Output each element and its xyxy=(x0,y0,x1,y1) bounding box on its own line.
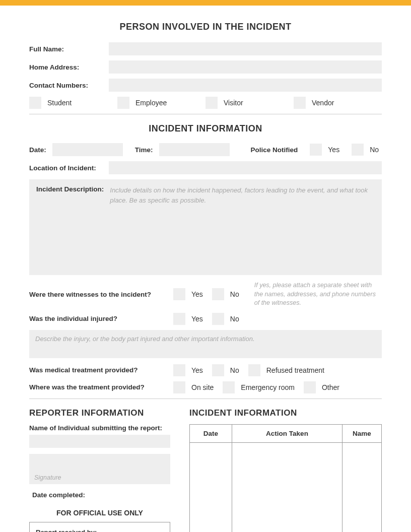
injured-yes[interactable]: Yes xyxy=(173,313,203,325)
location-row: Location of Incident: xyxy=(29,161,382,174)
description-box[interactable]: Incident Description: Include details on… xyxy=(29,179,382,275)
where-onsite[interactable]: On site xyxy=(173,381,214,393)
checkbox-icon xyxy=(212,288,224,300)
col-date: Date xyxy=(190,424,232,442)
page-content: PERSON INVOLVED IN THE INCIDENT Full Nam… xyxy=(0,6,411,532)
official-box: Report received by: Date: xyxy=(29,522,170,533)
role-visitor[interactable]: Visitor xyxy=(206,97,294,109)
divider xyxy=(29,398,382,399)
police-yes[interactable]: Yes xyxy=(310,144,339,156)
role-visitor-label: Visitor xyxy=(224,99,243,107)
witness-row: Were there witnesses to the incident? Ye… xyxy=(29,281,382,308)
no-label: No xyxy=(370,146,379,154)
where-er[interactable]: Emergency room xyxy=(223,381,295,393)
med-yes[interactable]: Yes xyxy=(173,364,203,376)
col-action: Action Taken xyxy=(232,424,342,442)
role-vendor[interactable]: Vendor xyxy=(294,97,382,109)
no-label: No xyxy=(230,290,239,298)
injured-label: Was the individual injured? xyxy=(29,315,164,322)
checkbox-icon xyxy=(248,364,260,376)
other-label: Other xyxy=(322,383,339,391)
table-row[interactable] xyxy=(190,442,382,532)
checkbox-icon xyxy=(117,97,129,109)
date-input[interactable] xyxy=(52,143,123,156)
checkbox-icon xyxy=(304,381,316,393)
cell-action[interactable] xyxy=(232,442,342,532)
injured-row: Was the individual injured? Yes No xyxy=(29,313,382,325)
checkbox-icon xyxy=(173,364,185,376)
cell-name[interactable] xyxy=(342,442,382,532)
date-time-row: Date: Time: Police Notified Yes No xyxy=(29,143,382,156)
injury-box[interactable]: Describe the injury, or the body part in… xyxy=(29,330,382,358)
role-row: Student Employee Visitor Vendor xyxy=(29,97,382,109)
onsite-label: On site xyxy=(191,383,214,391)
no-label: No xyxy=(230,315,239,323)
role-vendor-label: Vendor xyxy=(312,99,334,107)
checkbox-icon xyxy=(294,97,306,109)
reporter-name-input[interactable] xyxy=(29,435,170,448)
full-name-input[interactable] xyxy=(109,42,382,55)
where-other[interactable]: Other xyxy=(304,381,339,393)
two-col: REPORTER INFORMATION Name of Individual … xyxy=(29,408,382,533)
yes-label: Yes xyxy=(191,366,203,374)
witness-yes[interactable]: Yes xyxy=(173,288,203,300)
er-label: Emergency room xyxy=(241,383,295,391)
checkbox-icon xyxy=(173,381,185,393)
witness-hint: If yes, please attach a separate sheet w… xyxy=(254,281,382,308)
checkbox-icon xyxy=(206,97,218,109)
injured-no[interactable]: No xyxy=(212,313,239,325)
incident-heading: INCIDENT INFORMATION xyxy=(29,123,382,134)
contact-label: Contact Numbers: xyxy=(29,82,107,89)
where-row: Where was the treatment provided? On sit… xyxy=(29,381,382,393)
signature-label: Signature xyxy=(34,474,61,481)
medical-label: Was medical treatment provided? xyxy=(29,366,164,374)
role-employee[interactable]: Employee xyxy=(117,97,206,109)
desc-label: Incident Description: xyxy=(36,185,104,269)
checkbox-icon xyxy=(310,144,322,156)
police-no[interactable]: No xyxy=(352,144,379,156)
role-employee-label: Employee xyxy=(135,99,167,107)
col-name: Name xyxy=(342,424,382,442)
role-student[interactable]: Student xyxy=(29,97,117,109)
reporter-col: REPORTER INFORMATION Name of Individual … xyxy=(29,408,170,533)
reporter-heading: REPORTER INFORMATION xyxy=(29,408,170,418)
time-input[interactable] xyxy=(159,143,230,156)
no-label: No xyxy=(230,366,239,374)
cell-date[interactable] xyxy=(190,442,232,532)
med-no[interactable]: No xyxy=(212,364,239,376)
yes-label: Yes xyxy=(191,315,203,323)
received-label: Report received by: xyxy=(36,528,164,533)
checkbox-icon xyxy=(223,381,235,393)
reporter-name-label: Name of Individual submitting the report… xyxy=(29,424,170,432)
witness-no[interactable]: No xyxy=(212,288,239,300)
top-accent-bar xyxy=(0,0,411,6)
checkbox-icon xyxy=(29,97,41,109)
location-label: Location of Incident: xyxy=(29,164,107,172)
checkbox-icon xyxy=(212,364,224,376)
yes-label: Yes xyxy=(328,146,339,154)
role-student-label: Student xyxy=(47,99,72,107)
full-name-row: Full Name: xyxy=(29,42,382,55)
refused-label: Refused treatment xyxy=(266,366,324,374)
person-heading: PERSON INVOLVED IN THE INCIDENT xyxy=(29,22,382,32)
home-address-input[interactable] xyxy=(109,60,382,74)
signature-box[interactable]: Signature xyxy=(29,454,170,484)
official-heading: FOR OFFICIAL USE ONLY xyxy=(29,509,170,517)
checkbox-icon xyxy=(173,288,185,300)
checkbox-icon xyxy=(212,313,224,325)
med-refused[interactable]: Refused treatment xyxy=(248,364,324,376)
contact-input[interactable] xyxy=(109,79,382,92)
injury-hint: Describe the injury, or the body part in… xyxy=(35,335,255,343)
table-heading: INCIDENT INFORMATION xyxy=(189,408,382,418)
date-completed-label: Date completed: xyxy=(29,491,170,499)
home-address-label: Home Address: xyxy=(29,63,107,71)
action-table: Date Action Taken Name xyxy=(189,424,382,533)
yes-label: Yes xyxy=(191,290,203,298)
where-label: Where was the treatment provided? xyxy=(29,383,164,391)
full-name-label: Full Name: xyxy=(29,45,107,53)
home-address-row: Home Address: xyxy=(29,60,382,74)
location-input[interactable] xyxy=(109,161,382,174)
table-col: INCIDENT INFORMATION Date Action Taken N… xyxy=(189,408,382,533)
time-label: Time: xyxy=(135,146,153,154)
checkbox-icon xyxy=(352,144,364,156)
